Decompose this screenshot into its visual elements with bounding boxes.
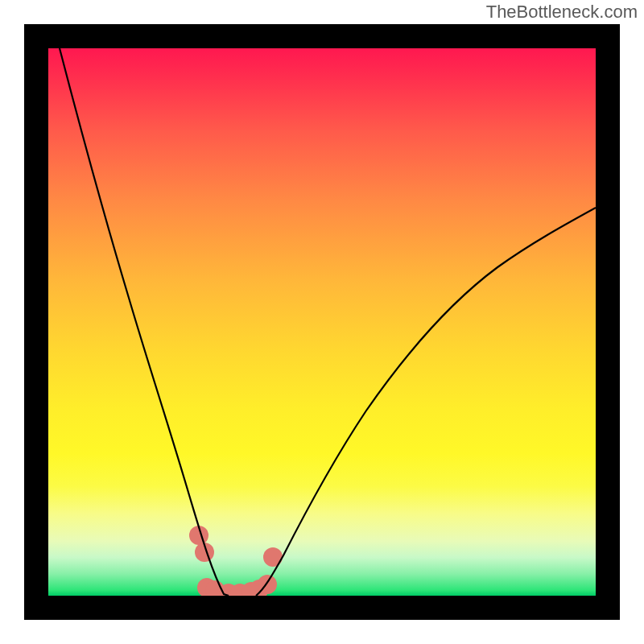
- left-curve: [60, 48, 229, 596]
- chart-container: TheBottleneck.com: [0, 0, 644, 644]
- right-curve: [256, 208, 596, 596]
- data-marker: [263, 547, 283, 567]
- plot-area: [24, 24, 620, 620]
- watermark-text: TheBottleneck.com: [486, 2, 638, 23]
- curve-layer: [48, 48, 596, 596]
- marker-group: [189, 526, 283, 596]
